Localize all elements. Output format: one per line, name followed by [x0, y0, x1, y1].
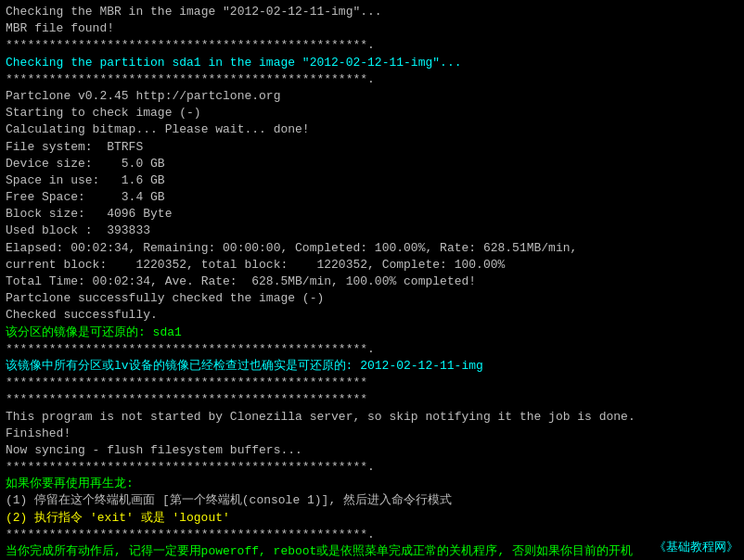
- terminal-line: Now syncing - flush filesystem buffers..…: [6, 442, 738, 459]
- terminal-line: MBR file found!: [6, 20, 738, 37]
- terminal-line: Checking the partition sda1 in the image…: [6, 55, 738, 71]
- terminal-line: Block size: 4096 Byte: [6, 206, 738, 223]
- terminal-line: 如果你要再使用再生龙:: [6, 476, 738, 492]
- terminal-line: ****************************************…: [6, 37, 738, 54]
- terminal-line: (2) 执行指令 'exit' 或是 'logout': [6, 510, 738, 527]
- terminal-line: This program is not started by Clonezill…: [6, 409, 738, 426]
- terminal-line: (1) 停留在这个终端机画面 [第一个终端机(console 1)], 然后进入…: [6, 492, 738, 509]
- terminal-line: ****************************************…: [6, 375, 738, 391]
- terminal-line: 该镜像中所有分区或lv设备的镜像已经检查过也确实是可还原的: 2012-02-1…: [6, 358, 738, 375]
- terminal-line: Checking the MBR in the image "2012-02-1…: [6, 4, 738, 20]
- terminal-line: Partclone successfully checked the image…: [6, 290, 738, 307]
- terminal-window: Checking the MBR in the image "2012-02-1…: [0, 0, 744, 560]
- terminal-line: File system: BTRFS: [6, 139, 738, 156]
- terminal-line: Calculating bitmap... Please wait... don…: [6, 121, 738, 138]
- terminal-line: ****************************************…: [6, 459, 738, 476]
- terminal-line: ****************************************…: [6, 391, 738, 408]
- terminal-line: Used block : 393833: [6, 223, 738, 239]
- terminal-line: Elapsed: 00:02:34, Remaining: 00:00:00, …: [6, 240, 738, 257]
- terminal-line: Partclone v0.2.45 http://partclone.org: [6, 88, 738, 105]
- terminal-line: 当你完成所有动作后, 记得一定要用poweroff, reboot或是依照菜单完…: [6, 543, 738, 560]
- terminal-line: current block: 1220352, total block: 122…: [6, 257, 738, 274]
- bottom-right-label: 《基础教程网》: [654, 540, 738, 556]
- terminal-line: ****************************************…: [6, 341, 738, 358]
- terminal-line: Total Time: 00:02:34, Ave. Rate: 628.5MB…: [6, 274, 738, 290]
- terminal-line: 该分区的镜像是可还原的: sda1: [6, 325, 738, 341]
- terminal-line: Device size: 5.0 GB: [6, 156, 738, 172]
- terminal-line: ****************************************…: [6, 527, 738, 543]
- terminal-line: Finished!: [6, 426, 738, 442]
- terminal-line: Space in use: 1.6 GB: [6, 172, 738, 189]
- terminal-line: Checked successfully.: [6, 307, 738, 324]
- terminal-line: Starting to check image (-): [6, 105, 738, 121]
- terminal-line: ****************************************…: [6, 71, 738, 88]
- terminal-line: Free Space: 3.4 GB: [6, 189, 738, 206]
